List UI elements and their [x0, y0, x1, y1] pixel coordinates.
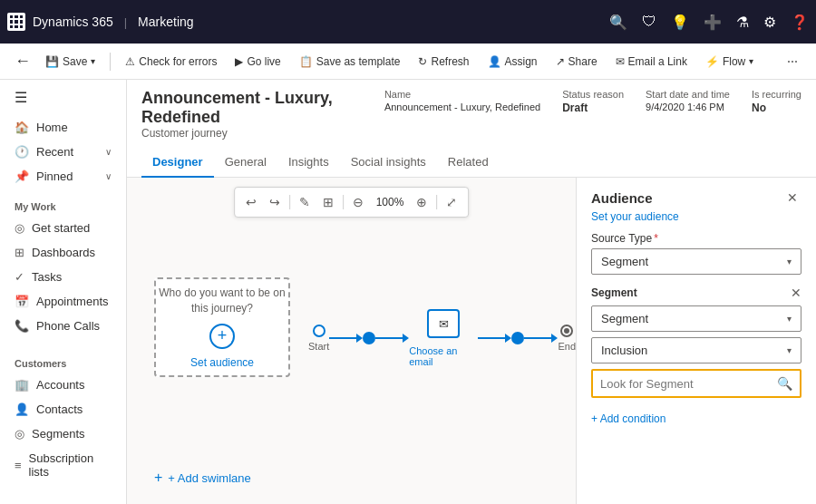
check-icon: ⚠ [125, 55, 135, 68]
flow-button[interactable]: ⚡ Flow ▾ [698, 52, 761, 72]
sidebar-pinned-group[interactable]: 📌 Pinned ∨ [0, 164, 126, 189]
right-panel: Audience ✕ Set your audience Source Type… [576, 178, 816, 504]
segment-search-input[interactable] [593, 372, 770, 396]
tab-general[interactable]: General [214, 148, 277, 178]
plus-icon[interactable]: ➕ [704, 14, 722, 31]
template-icon: 📋 [299, 55, 313, 68]
save-icon: 💾 [45, 55, 59, 68]
pin-icon: 📌 [15, 170, 29, 183]
sidebar-item-appointments[interactable]: 📅 Appointments [0, 289, 126, 314]
sidebar-item-home[interactable]: 🏠 Home [0, 115, 126, 140]
filter-icon[interactable]: ⚗ [736, 14, 749, 31]
sidebar-item-contacts[interactable]: 👤 Contacts [0, 397, 126, 422]
app-icon[interactable] [7, 13, 25, 31]
segment-search-button[interactable]: 🔍 [770, 371, 800, 396]
segment-remove-button[interactable]: ✕ [791, 286, 801, 300]
search-icon[interactable]: 🔍 [609, 14, 627, 31]
segment-section-label: Segment [591, 286, 637, 299]
golive-icon: ▶ [235, 55, 243, 68]
email-node[interactable]: ✉ Choose an email [409, 309, 478, 367]
sidebar: ☰ 🏠 Home 🕐 Recent ∨ 📌 Pinned ∨ My Work ◎… [0, 80, 127, 504]
set-audience-link[interactable]: Set audience [190, 356, 254, 369]
add-swimlane-button[interactable]: + + Add swimlane [154, 470, 251, 486]
toolbar-sep [289, 195, 290, 209]
panel-subtitle[interactable]: Set your audience [577, 210, 816, 232]
subscription-icon: ≡ [15, 459, 22, 472]
edit-tool[interactable]: ✎ [294, 191, 316, 213]
source-type-dropdown[interactable]: Segment ▾ [591, 248, 801, 275]
fullscreen-button[interactable]: ⤢ [441, 191, 462, 213]
marketing-section: Marketing execution ⇒ Customer journeys … [0, 491, 126, 504]
assign-button[interactable]: 👤 Assign [481, 52, 545, 72]
panel-close-button[interactable]: ✕ [783, 189, 801, 207]
meta-name: Name Announcement - Luxury, Redefined [384, 89, 540, 114]
undo-button[interactable]: ↩ [240, 191, 262, 213]
settings-icon[interactable]: ⚙ [763, 14, 776, 31]
sidebar-item-subscription-lists[interactable]: ≡ Subscription lists [0, 446, 126, 484]
flow-connector-1 [329, 334, 363, 343]
sidebar-item-segments[interactable]: ◎ Segments [0, 422, 126, 446]
main-layout: ☰ 🏠 Home 🕐 Recent ∨ 📌 Pinned ∨ My Work ◎… [0, 80, 816, 504]
save-template-button[interactable]: 📋 Save as template [292, 52, 408, 72]
email-link-button[interactable]: ✉ Email a Link [608, 52, 695, 72]
nav-divider: | [124, 15, 127, 29]
sidebar-item-phone-calls[interactable]: 📞 Phone Calls [0, 314, 126, 338]
dashboards-icon: ⊞ [15, 246, 24, 259]
refresh-button[interactable]: ↻ Refresh [411, 52, 476, 72]
zoom-in-button[interactable]: ⊕ [411, 191, 432, 213]
tab-social-insights[interactable]: Social insights [340, 148, 437, 178]
email-box[interactable]: ✉ [427, 309, 460, 338]
more-button[interactable]: ⋯ [780, 52, 805, 72]
sidebar-recent-group[interactable]: 🕐 Recent ∨ [0, 140, 126, 164]
start-circle [313, 325, 325, 337]
start-label: Start [308, 341, 329, 352]
redo-button[interactable]: ↪ [264, 191, 286, 213]
add-condition-button[interactable]: + Add condition [591, 409, 801, 429]
sidebar-item-accounts[interactable]: 🏢 Accounts [0, 373, 126, 397]
lightbulb-icon[interactable]: 💡 [671, 14, 689, 31]
record-subtitle: Customer journey [141, 127, 363, 140]
add-audience-button[interactable]: + [209, 324, 235, 349]
help-icon[interactable]: ❓ [791, 14, 809, 31]
zoom-out-button[interactable]: ⊖ [347, 191, 369, 213]
save-dropdown-icon[interactable]: ▾ [91, 56, 95, 66]
sidebar-item-tasks[interactable]: ✓ Tasks [0, 265, 126, 289]
source-type-chevron: ▾ [787, 257, 792, 267]
recent-chevron: ∨ [105, 147, 112, 157]
mid-node-2 [511, 332, 524, 344]
command-bar: ← 💾 Save ▾ ⚠ Check for errors ▶ Go live … [0, 44, 816, 80]
nav-icons: 🔍 🛡 💡 ➕ ⚗ ⚙ ❓ [609, 14, 809, 31]
share-icon: ↗ [556, 55, 565, 68]
start-node: Start [308, 325, 329, 352]
tab-designer[interactable]: Designer [141, 148, 214, 178]
mywork-title: My Work [0, 196, 126, 216]
sidebar-item-dashboards[interactable]: ⊞ Dashboards [0, 240, 126, 265]
phonecalls-icon: 📞 [15, 319, 29, 333]
sidebar-item-get-started[interactable]: ◎ Get started [0, 216, 126, 240]
brand-name: Dynamics 365 [33, 15, 113, 29]
back-button[interactable]: ← [11, 48, 34, 74]
source-type-label: Source Type * [591, 232, 801, 245]
add-swimlane-label: + Add swimlane [168, 471, 250, 485]
recent-icon: 🕐 [15, 145, 29, 159]
contacts-icon: 👤 [15, 402, 29, 416]
pinned-chevron: ∨ [105, 171, 112, 181]
flow-icon: ⚡ [705, 55, 719, 68]
go-live-button[interactable]: ▶ Go live [228, 52, 287, 72]
tasks-icon: ✓ [15, 270, 24, 284]
hamburger-button[interactable]: ☰ [0, 80, 126, 115]
end-label: End [558, 341, 576, 352]
shield-icon[interactable]: 🛡 [642, 14, 656, 30]
segment-dropdown-1[interactable]: Segment ▾ [591, 305, 801, 332]
save-button[interactable]: 💾 Save ▾ [38, 52, 102, 72]
flow-dropdown-icon[interactable]: ▾ [749, 56, 753, 66]
panel-body: Source Type * Segment ▾ Segment ✕ [577, 232, 816, 504]
tab-insights[interactable]: Insights [277, 148, 340, 178]
layout-tool[interactable]: ⊞ [317, 191, 339, 213]
check-errors-button[interactable]: ⚠ Check for errors [118, 52, 224, 72]
share-button[interactable]: ↗ Share [549, 52, 605, 72]
choose-email-label[interactable]: Choose an email [409, 345, 478, 367]
segment-dropdown-2[interactable]: Inclusion ▾ [591, 337, 801, 363]
emaillink-icon: ✉ [616, 55, 625, 68]
tab-related[interactable]: Related [437, 148, 500, 178]
